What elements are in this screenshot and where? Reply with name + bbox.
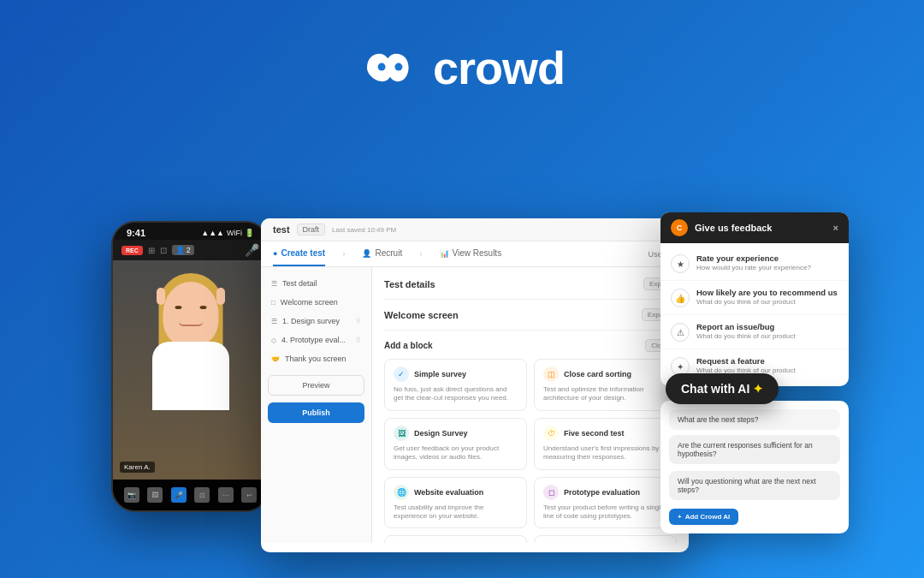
- feedback-close-button[interactable]: ×: [833, 223, 838, 233]
- block-simple-survey[interactable]: ✓ Simple survey No fuss, just ask direct…: [384, 359, 527, 411]
- nav-recruit[interactable]: 👤 Recruit: [362, 241, 402, 266]
- nav-view-results[interactable]: 📊 View Results: [440, 241, 502, 266]
- app-sidebar: ☰ Test detail □ Welcome screen ☰ 1. Desi…: [261, 267, 372, 543]
- add-block-bar: Add a block Clos...: [384, 339, 677, 352]
- ai-question: Will you questioning what are the next n…: [669, 471, 840, 500]
- app-last-saved: Last saved 10:49 PM: [332, 226, 396, 234]
- rec-button[interactable]: REC: [121, 246, 143, 255]
- end-icon[interactable]: ↩: [241, 487, 257, 503]
- chat-ai-label: Chat with AI: [681, 382, 749, 396]
- preview-button[interactable]: Preview: [268, 375, 364, 396]
- phone-mute-icon: 🎤: [245, 243, 259, 257]
- prototype-icon: ◇: [271, 337, 276, 344]
- block-five-second-test[interactable]: ⏱ Five second test Understand user's fir…: [534, 418, 677, 470]
- ai-add-button[interactable]: + Add Crowd AI: [669, 509, 738, 525]
- drag-handle-2: ⠿: [356, 337, 361, 344]
- five-second-icon: ⏱: [543, 426, 559, 441]
- block-close-card-sorting[interactable]: ◫ Close card sorting Test and optimize t…: [534, 359, 677, 411]
- sidebar-design-survey[interactable]: ☰ 1. Design survey ⠿: [261, 312, 371, 331]
- thumbs-up-icon: 👍: [671, 289, 690, 307]
- phone-video-content: Karen A.: [113, 260, 268, 480]
- block-prototype-eval[interactable]: ◻ Prototype evaluation Test your product…: [534, 477, 677, 529]
- design-survey-icon: ☰: [271, 318, 277, 325]
- feedback-rate-experience[interactable]: ★ Rate your experience How would you rat…: [660, 247, 849, 281]
- sidebar-welcome-screen[interactable]: □ Welcome screen: [261, 293, 371, 312]
- phone-toolbar: REC ⊞ ⊡ 👤 2 🎤: [113, 240, 268, 260]
- crowd-logo-icon: [359, 47, 421, 88]
- sidebar-test-detail[interactable]: ☰ Test detail: [261, 274, 371, 293]
- website-eval-icon: 🌐: [394, 485, 409, 500]
- app-body: ☰ Test detail □ Welcome screen ☰ 1. Desi…: [261, 267, 689, 543]
- image-icon[interactable]: 🖼: [147, 487, 163, 503]
- block-design-survey[interactable]: 🖼 Design Survey Get user feedback on you…: [384, 418, 527, 470]
- block-preference-test[interactable]: ⚖ Preference test: [384, 535, 527, 543]
- close-card-sorting-icon: ◫: [543, 366, 559, 382]
- feedback-title: Give us feedback: [695, 223, 773, 233]
- thank-you-icon: 🤝: [271, 355, 280, 363]
- phone-signal: ▲▲▲WiFi🔋: [201, 229, 254, 237]
- sparkle-icon: ✦: [753, 382, 763, 396]
- app-titlebar: test Draft Last saved 10:49 PM: [261, 218, 689, 241]
- feedback-header: C Give us feedback ×: [660, 212, 849, 243]
- feedback-panel: C Give us feedback × ★ Rate your experie…: [660, 212, 849, 386]
- test-details-header: Test details Expa...: [384, 277, 677, 290]
- welcome-screen-title: Welcome screen: [384, 310, 459, 320]
- svg-point-0: [378, 63, 386, 71]
- app-title: test: [273, 224, 290, 235]
- chat-ai-button[interactable]: Chat with AI ✦: [666, 373, 779, 404]
- phone-person-label: Karen A.: [120, 462, 155, 473]
- welcome-screen-header: Welcome screen Expand: [384, 308, 677, 321]
- blocks-grid: ✓ Simple survey No fuss, just ask direct…: [384, 359, 677, 543]
- feedback-logo-icon: C: [671, 219, 688, 236]
- phone-time: 9:41: [127, 228, 145, 238]
- add-block-title: Add a block: [384, 341, 433, 350]
- design-survey-block-icon: 🖼: [394, 426, 409, 441]
- test-details-title: Test details: [384, 279, 435, 289]
- mic-icon[interactable]: 🎤: [171, 487, 187, 503]
- app-window: test Draft Last saved 10:49 PM ● Create …: [261, 218, 689, 552]
- publish-button[interactable]: Publish: [268, 402, 364, 423]
- feedback-items-list: ★ Rate your experience How would you rat…: [660, 243, 849, 386]
- phone-mockup: 9:41 ▲▲▲WiFi🔋 REC ⊞ ⊡ 👤 2 🎤 Kare: [111, 221, 270, 512]
- camera-icon[interactable]: 📷: [124, 487, 139, 503]
- star-icon: ★: [671, 254, 690, 273]
- sidebar-thank-you[interactable]: 🤝 Thank you screen: [261, 349, 371, 368]
- warning-icon: ⚠: [671, 323, 690, 342]
- screen-icon[interactable]: ⊡: [194, 487, 210, 503]
- ai-chat-popup: What are the next steps? Are the current…: [660, 401, 849, 533]
- ai-bubble-2: Are the current responses sufficient for…: [669, 435, 840, 464]
- prototype-eval-icon: ◻: [543, 485, 559, 500]
- nav-create-test[interactable]: ● Create test: [273, 241, 325, 266]
- test-detail-icon: ☰: [271, 280, 277, 288]
- phone-status-bar: 9:41 ▲▲▲WiFi🔋: [113, 223, 268, 240]
- feedback-recommend[interactable]: 👍 How likely are you to recommend us Wha…: [660, 281, 849, 315]
- phone-bottom-bar: 📷 🖼 🎤 ⊡ ⋯ ↩: [113, 480, 268, 510]
- block-website-evaluation[interactable]: 🌐 Website evaluation Test usability and …: [384, 477, 527, 529]
- drag-handle: ⠿: [356, 318, 361, 325]
- ai-bubble-1: What are the next steps?: [669, 409, 840, 430]
- app-draft-badge: Draft: [297, 223, 326, 235]
- welcome-icon: □: [271, 299, 275, 307]
- app-main-content: Test details Expa... Welcome screen Expa…: [372, 267, 689, 543]
- app-nav: ● Create test › 👤 Recruit › 📊 View Resul…: [261, 241, 689, 267]
- logo-area: crowd: [359, 41, 565, 94]
- block-context-screen[interactable]: ◈ Context screen: [534, 535, 677, 543]
- feedback-report-bug[interactable]: ⚠ Report an issue/bug What do you think …: [660, 315, 849, 349]
- simple-survey-icon: ✓: [394, 366, 409, 382]
- more-icon[interactable]: ⋯: [218, 487, 234, 503]
- svg-point-1: [394, 63, 402, 71]
- logo-text: crowd: [433, 41, 565, 94]
- sidebar-prototype-eval[interactable]: ◇ 4. Prototype eval... ⠿: [261, 331, 371, 349]
